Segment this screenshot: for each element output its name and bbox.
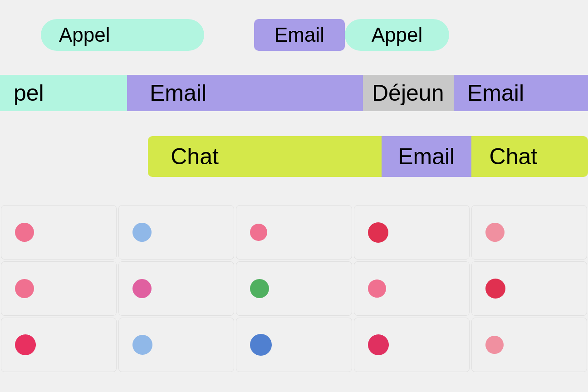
pill-appel2-row1: Appel — [345, 19, 449, 51]
dot-0-2 — [250, 224, 267, 241]
r2-email: Email — [127, 75, 363, 111]
grid-cell-2-3 — [354, 318, 470, 372]
dot-0-1 — [132, 223, 152, 242]
grid-cell-1-3 — [354, 261, 470, 316]
dot-2-4 — [485, 336, 504, 354]
grid-cell-0-1 — [118, 205, 234, 260]
grid-cell-2-2 — [236, 318, 352, 372]
row2: pel Email Déjeun Email — [0, 73, 588, 113]
dot-2-2 — [250, 334, 272, 356]
pill-appel-row1: Appel — [41, 19, 204, 51]
grid-cell-2-1 — [118, 318, 234, 372]
row1: Appel Email Appel — [0, 15, 588, 55]
grid-cell-0-4 — [471, 205, 587, 260]
r3-chat: Chat — [148, 136, 382, 177]
r3-email: Email — [382, 136, 471, 177]
grid-cell-0-2 — [236, 205, 352, 260]
r2-appel: pel — [0, 75, 127, 111]
grid-cell-2-4 — [471, 318, 587, 372]
r2-email2: Email — [454, 75, 588, 111]
dot-0-3 — [368, 222, 388, 243]
dot-1-1 — [132, 279, 152, 298]
row3: Chat Email Chat — [0, 134, 588, 179]
dot-1-4 — [485, 279, 505, 299]
dot-1-2 — [250, 279, 269, 298]
dot-2-1 — [132, 335, 152, 355]
grid-row-0 — [0, 204, 588, 260]
r2-dejeuner: Déjeun — [363, 75, 454, 111]
dot-1-0 — [15, 279, 34, 298]
dot-2-3 — [368, 334, 389, 355]
r3-spacer — [0, 136, 148, 177]
dot-1-3 — [368, 279, 386, 298]
grid-cell-0-0 — [1, 205, 117, 260]
dot-0-4 — [485, 223, 505, 242]
dot-0-0 — [15, 223, 34, 242]
grid-section — [0, 204, 588, 373]
main-container: Appel Email Appel pel Email Déjeun Email… — [0, 0, 588, 392]
pill-email-row1: Email — [254, 19, 345, 51]
grid-row-2 — [0, 317, 588, 373]
grid-cell-0-3 — [354, 205, 470, 260]
grid-cell-1-0 — [1, 261, 117, 316]
r3-chat2: Chat — [471, 136, 588, 177]
dot-2-0 — [15, 334, 36, 355]
grid-cell-1-2 — [236, 261, 352, 316]
grid-cell-2-0 — [1, 318, 117, 372]
grid-cell-1-1 — [118, 261, 234, 316]
grid-row-1 — [0, 260, 588, 317]
grid-cell-1-4 — [471, 261, 587, 316]
